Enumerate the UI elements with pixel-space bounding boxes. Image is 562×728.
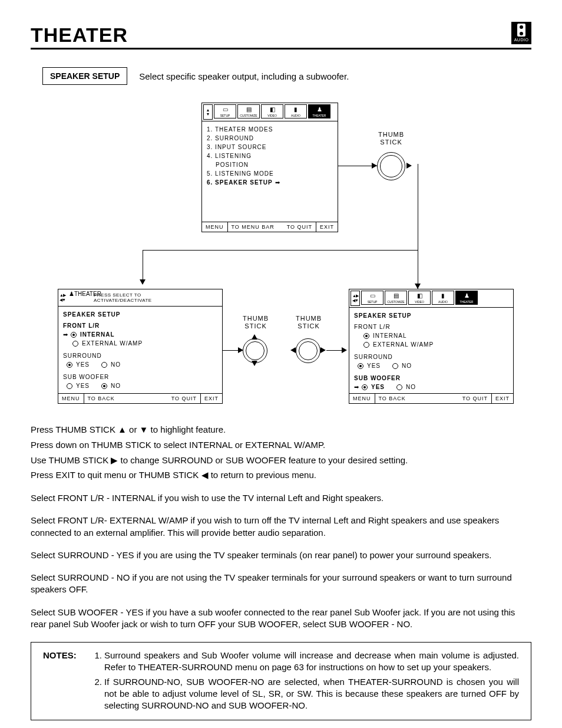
- menu-item-speaker-setup: 6. SPEAKER SETUP ➡: [207, 178, 333, 187]
- notes-box: NOTES: 1. Surround speakers and Sub Woof…: [31, 642, 531, 720]
- page-title: THEATER: [31, 24, 128, 47]
- video-icon: ◧VIDEO: [261, 104, 283, 118]
- arrow-right-icon: [320, 347, 326, 353]
- arrow-left-icon: [290, 347, 296, 353]
- theater-icon: ♟THEATER: [308, 104, 330, 118]
- theater-icon: ♟THEATER: [69, 291, 90, 305]
- icon-row: ▲▼ ▭SETUP ▤CUSTOMIZE ◧VIDEO ▮AUDIO ♟THEA…: [202, 103, 338, 121]
- thumb-stick-label: THUMB STICK: [243, 315, 269, 330]
- arrow-right-icon: ➡: [63, 330, 68, 339]
- audio-icon: AUDIO: [511, 22, 531, 44]
- video-icon: ◧VIDEO: [408, 291, 431, 305]
- customize-icon: ▤CUSTOMIZE: [385, 291, 407, 305]
- arrow-right-icon: ➡: [354, 383, 359, 391]
- thumb-stick-label: THUMB STICK: [378, 131, 404, 146]
- nav-arrows-icon: ▲▼: [203, 104, 213, 120]
- arrow-up-icon: [252, 334, 257, 340]
- page-header: THEATER AUDIO: [31, 24, 531, 50]
- intro-row: SPEAKER SETUP Select specific speaker ou…: [42, 67, 531, 85]
- paragraph: Select SURROUND - NO if you are not usin…: [31, 572, 531, 596]
- thumb-stick-label: THUMB STICK: [296, 315, 322, 330]
- audio-icon-tab: ▮AUDIO: [432, 291, 454, 305]
- nav-arrows-icon: ▲▶◀▼: [59, 293, 65, 302]
- diagram: ▲▼ ▭SETUP ▤CUSTOMIZE ◧VIDEO ▮AUDIO ♟THEA…: [31, 103, 531, 415]
- option-external: EXTERNAL W/AMP: [63, 339, 217, 348]
- speaker-setup-label: SPEAKER SETUP: [42, 67, 127, 85]
- nav-arrows-icon: ▲▶◀▼: [351, 291, 360, 306]
- paragraph: Select FRONT L/R- EXTERNAL W/AMP if you …: [31, 515, 531, 539]
- thumb-stick-icon: [296, 338, 320, 363]
- thumb-stick-icon: [243, 338, 267, 363]
- paragraph: Select SURROUND - YES if you are using t…: [31, 549, 531, 561]
- activate-hint: PRESS SELECT TO ACTIVATE/DEACTIVATE: [94, 292, 152, 303]
- thumb-arrow-right-icon: [406, 163, 412, 169]
- customize-icon: ▤CUSTOMIZE: [237, 104, 260, 118]
- theater-icon: ♟THEATER: [455, 291, 478, 305]
- setup-icon: ▭SETUP: [214, 104, 236, 118]
- option-internal: ➡INTERNAL: [63, 330, 217, 339]
- option-subwoofer-yes: ➡YESNO: [354, 383, 508, 391]
- arrow-right-icon: ➡: [275, 178, 280, 187]
- intro-text: Select specific speaker output, includin…: [139, 71, 349, 81]
- paragraph: Select FRONT L/R - INTERNAL if you wish …: [31, 492, 531, 504]
- thumb-stick-icon: [377, 152, 405, 180]
- arrow-down-icon: [252, 361, 257, 366]
- radio-empty-icon: [72, 341, 78, 347]
- notes-label: NOTES:: [43, 650, 90, 674]
- menu-panel-right: ▲▶◀▼ ▭SETUP ▤CUSTOMIZE ◧VIDEO ▮AUDIO ♟TH…: [349, 289, 514, 404]
- paragraph: Select SUB WOOFER - YES if you have a su…: [31, 607, 531, 631]
- menu-panel-left: ▲▶◀▼ ♟THEATER PRESS SELECT TO ACTIVATE/D…: [58, 289, 223, 404]
- radio-filled-icon: [71, 332, 77, 338]
- menu-panel-top: ▲▼ ▭SETUP ▤CUSTOMIZE ◧VIDEO ▮AUDIO ♟THEA…: [201, 103, 338, 232]
- menu-list: 1. THEATER MODES 2. SURROUND 3. INPUT SO…: [202, 121, 338, 188]
- setup-icon: ▭SETUP: [361, 291, 384, 305]
- instructions: Press THUMB STICK ▲ or ▼ to highlight fe…: [31, 423, 531, 482]
- audio-icon-tab: ▮AUDIO: [285, 104, 307, 118]
